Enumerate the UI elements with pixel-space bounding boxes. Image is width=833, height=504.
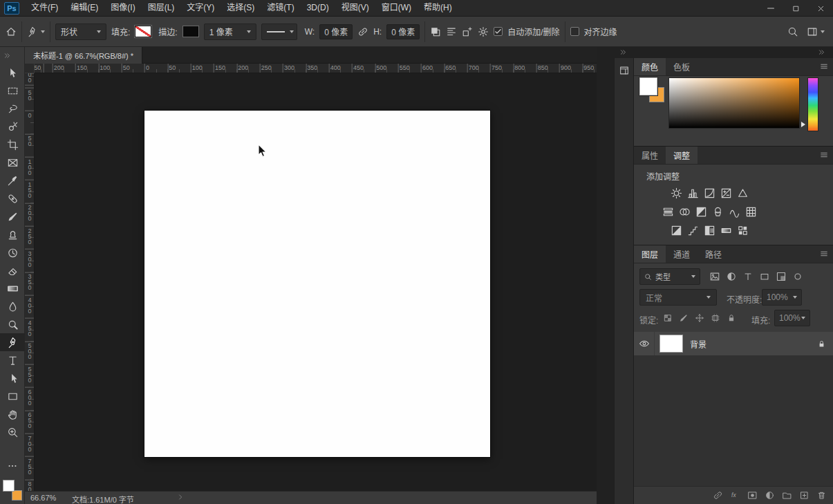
- new-layer-icon[interactable]: [799, 490, 809, 501]
- mask-icon[interactable]: [747, 490, 758, 501]
- color-tab-1[interactable]: 色板: [666, 58, 698, 75]
- filter-smart-icon[interactable]: [774, 270, 788, 283]
- adj-color-balance-icon[interactable]: [677, 205, 691, 218]
- layer-visibility-toggle[interactable]: [634, 332, 655, 355]
- maximize-button[interactable]: [783, 0, 808, 17]
- frame-tool[interactable]: [0, 153, 25, 171]
- align-edges-checkbox[interactable]: [570, 27, 579, 36]
- layers-tab-1[interactable]: 通道: [666, 245, 698, 263]
- toolbar-collapse-icon[interactable]: [3, 52, 11, 59]
- lock-transparent-icon[interactable]: [662, 312, 673, 324]
- color-swatches[interactable]: [2, 479, 23, 501]
- zoom-level[interactable]: 66.67%: [30, 494, 56, 502]
- adj-vibrance-icon[interactable]: [736, 186, 749, 200]
- menu-item-5[interactable]: 选择(S): [221, 0, 261, 17]
- eyedropper-tool[interactable]: [0, 171, 25, 189]
- blend-mode-dropdown[interactable]: 正常: [639, 289, 717, 306]
- path-arrange-icon[interactable]: [462, 26, 473, 37]
- panel-menu-icon[interactable]: [819, 249, 829, 259]
- lock-move-icon[interactable]: [693, 312, 705, 324]
- filter-shape-icon[interactable]: [758, 270, 771, 283]
- layers-tab-0[interactable]: 图层: [634, 245, 666, 263]
- path-operations-icon[interactable]: [430, 26, 441, 37]
- trash-icon[interactable]: [816, 490, 827, 501]
- layer-row-background[interactable]: 背景: [634, 332, 833, 355]
- height-field[interactable]: 0 像素: [386, 24, 420, 39]
- blur-tool[interactable]: [0, 297, 25, 315]
- crop-tool[interactable]: [0, 136, 25, 153]
- menu-item-0[interactable]: 文件(F): [25, 0, 64, 17]
- folder-icon[interactable]: [782, 490, 792, 501]
- status-chevron-icon[interactable]: [177, 494, 184, 501]
- canvas[interactable]: [144, 111, 490, 457]
- layers-tab-2[interactable]: 路径: [698, 245, 729, 263]
- brush-tool[interactable]: [0, 207, 25, 225]
- adj-selective-icon[interactable]: [736, 223, 749, 237]
- menu-item-4[interactable]: 文字(Y): [180, 0, 221, 17]
- color-field[interactable]: [668, 77, 800, 129]
- hue-slider[interactable]: [807, 77, 818, 131]
- layer-thumbnail[interactable]: [659, 335, 683, 353]
- minimize-button[interactable]: [758, 0, 783, 17]
- search-icon[interactable]: [787, 26, 798, 37]
- eraser-tool[interactable]: [0, 261, 25, 279]
- adj-photo-filter-icon[interactable]: [711, 205, 724, 218]
- pen-tool[interactable]: [0, 333, 25, 351]
- adj-invert-icon[interactable]: [669, 223, 683, 237]
- color-tab-0[interactable]: 颜色: [634, 58, 666, 75]
- document-tab[interactable]: 未标题-1 @ 66.7%(RGB/8#) *: [25, 47, 142, 64]
- layer-filter-dropdown[interactable]: 类型: [639, 268, 700, 285]
- link-icon[interactable]: [713, 490, 723, 501]
- adj-levels-icon[interactable]: [686, 186, 700, 200]
- move-tool[interactable]: [0, 64, 25, 82]
- adjustment-icon[interactable]: [765, 490, 775, 501]
- collapse-strip-icon[interactable]: [619, 48, 627, 56]
- panel-color-swatches[interactable]: [639, 77, 668, 106]
- adj-brightness-icon[interactable]: [669, 186, 683, 200]
- opacity-field[interactable]: 100%: [762, 289, 802, 306]
- gear-icon[interactable]: [478, 26, 489, 37]
- adj-curves-icon[interactable]: [702, 186, 716, 200]
- type-tool[interactable]: [0, 351, 25, 369]
- adjustments-tab-1[interactable]: 调整: [666, 147, 698, 164]
- lasso-tool[interactable]: [0, 100, 25, 118]
- menu-item-8[interactable]: 视图(V): [335, 0, 375, 17]
- menu-item-1[interactable]: 编辑(E): [64, 0, 104, 17]
- menu-item-7[interactable]: 3D(D): [301, 0, 335, 17]
- hand-tool[interactable]: [0, 405, 25, 423]
- lock-icon[interactable]: [725, 312, 737, 324]
- tool-preset-dropdown[interactable]: [27, 26, 45, 37]
- width-field[interactable]: 0 像素: [319, 24, 353, 39]
- adj-black-white-icon[interactable]: [694, 205, 708, 218]
- adj-hue-sat-icon[interactable]: [661, 205, 675, 218]
- menu-item-6[interactable]: 滤镜(T): [261, 0, 300, 17]
- collapse-dock-icon[interactable]: [818, 48, 825, 56]
- layer-fill-field[interactable]: 100%: [774, 310, 810, 326]
- foreground-color-swatch[interactable]: [3, 480, 15, 492]
- menu-item-9[interactable]: 窗口(W): [375, 0, 418, 17]
- workspace-switcher[interactable]: [807, 26, 825, 37]
- auto-add-delete-checkbox[interactable]: [494, 27, 503, 36]
- clone-stamp-tool[interactable]: [0, 225, 25, 243]
- background-color-swatch[interactable]: [12, 490, 22, 501]
- dodge-tool[interactable]: [0, 315, 25, 333]
- adj-exposure-icon[interactable]: [719, 186, 733, 200]
- filter-adjust-icon[interactable]: [724, 270, 738, 283]
- foreground-color-swatch[interactable]: [639, 77, 657, 95]
- menu-item-10[interactable]: 帮助(H): [418, 0, 458, 17]
- adj-gradient-map-icon[interactable]: [719, 223, 733, 237]
- menu-item-2[interactable]: 图像(I): [104, 0, 141, 17]
- fx-icon[interactable]: fx: [730, 490, 740, 501]
- edit-toolbar-button[interactable]: [0, 458, 25, 474]
- lock-brush-icon[interactable]: [677, 312, 689, 324]
- adj-channel-mixer-icon[interactable]: [727, 205, 741, 218]
- path-align-icon[interactable]: [446, 26, 457, 37]
- adj-posterize-icon[interactable]: [686, 223, 700, 237]
- home-icon[interactable]: [6, 26, 17, 37]
- filter-toggle-icon[interactable]: [791, 270, 805, 283]
- panel-menu-icon[interactable]: [819, 150, 829, 160]
- gradient-tool[interactable]: [0, 279, 25, 297]
- quick-select-tool[interactable]: [0, 118, 25, 136]
- fill-swatch[interactable]: [135, 26, 151, 37]
- tool-mode-dropdown[interactable]: 形状: [55, 24, 106, 40]
